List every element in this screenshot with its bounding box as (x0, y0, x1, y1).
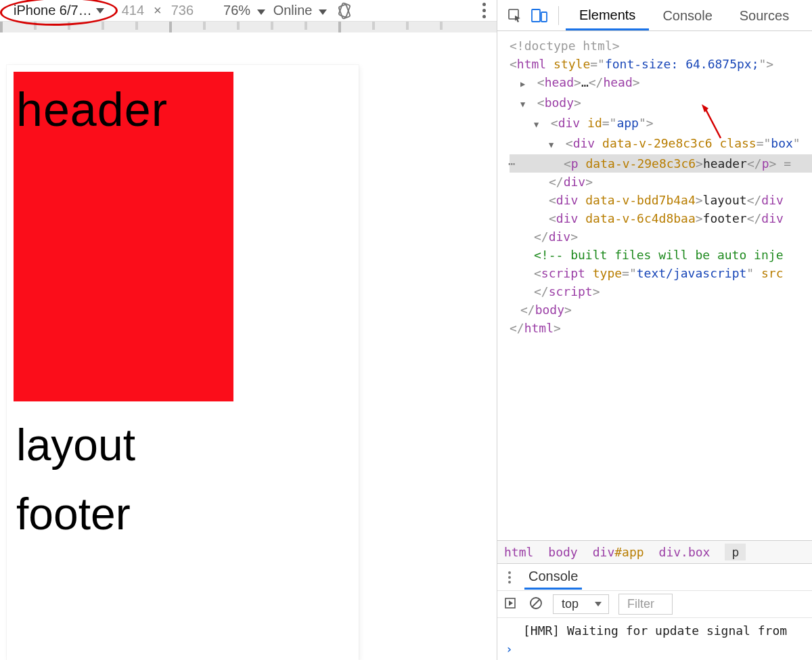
tree-row: </div> (510, 227, 812, 246)
device-preview-pane: iPhone 6/7… 414 × 736 76% Online (0, 0, 497, 660)
tree-row: </body> (510, 301, 812, 319)
tree-row: <!-- built files will be auto inje (510, 246, 812, 264)
tree-row: <div data-v-bdd7b4a4>layout</div (510, 191, 812, 209)
expand-caret-icon[interactable] (549, 134, 558, 154)
tree-row: </html> (510, 319, 812, 337)
tree-row: <div data-v-6c4d8baa>footer</div (510, 209, 812, 227)
footer-text: footer (14, 470, 352, 540)
viewport-width[interactable]: 414 (122, 3, 144, 18)
svg-rect-4 (541, 12, 547, 22)
tree-row: </div> (510, 173, 812, 191)
chevron-down-icon (319, 9, 327, 15)
breadcrumb-item[interactable]: div.box (659, 545, 710, 559)
tree-row: <!doctype html> (510, 37, 812, 55)
console-drawer-tab[interactable]: Console (524, 565, 582, 590)
svg-line-9 (532, 599, 540, 607)
layout-text: layout (14, 401, 352, 470)
tree-row: <script type="text/javascript" src (510, 264, 812, 282)
tree-row: <html style="font-size: 64.6875px;"> (510, 55, 812, 73)
tree-row: <div id="app"> (510, 114, 812, 134)
breadcrumb-item[interactable]: html (504, 545, 533, 559)
log-line: [HMR] Waiting for update signal from (505, 622, 804, 642)
tab-sources[interactable]: Sources (726, 1, 803, 29)
console-prompt[interactable]: › (505, 642, 804, 656)
tree-row: </script> (510, 282, 812, 301)
elements-tree[interactable]: <!doctype html> <html style="font-size: … (497, 31, 812, 540)
rotate-icon[interactable] (335, 1, 354, 20)
inspect-icon[interactable] (503, 3, 527, 28)
ruler (0, 22, 497, 32)
kebab-menu-icon[interactable] (504, 570, 515, 585)
devtools-tab-bar: Elements Console Sources (497, 0, 812, 31)
expand-caret-icon[interactable] (520, 93, 530, 114)
tab-elements[interactable]: Elements (566, 1, 649, 30)
chevron-down-icon (257, 9, 265, 15)
expand-caret-icon[interactable] (520, 73, 530, 93)
tree-row-selected: <p data-v-29e8c3c6>header</p> = (510, 154, 812, 173)
header-text: header (14, 72, 168, 137)
step-icon[interactable] (504, 596, 519, 613)
device-toolbar: iPhone 6/7… 414 × 736 76% Online (0, 0, 497, 22)
preview-canvas[interactable]: header layout footer (0, 32, 497, 660)
rendered-page: header layout footer (7, 65, 359, 660)
breadcrumb-item-current[interactable]: p (725, 544, 746, 560)
dimension-separator: × (152, 3, 163, 18)
tree-row: <head>…</head> (510, 73, 812, 93)
zoom-select[interactable]: 76% (223, 3, 265, 18)
tab-console[interactable]: Console (649, 1, 725, 29)
tree-row: <div data-v-29e8c3c6 class="box" (510, 134, 812, 154)
device-select[interactable]: iPhone 6/7… (4, 1, 114, 20)
kebab-menu-icon[interactable] (476, 0, 493, 21)
console-drawer-header: Console (497, 563, 812, 590)
filter-input[interactable]: Filter (618, 594, 673, 615)
device-toggle-icon[interactable] (527, 3, 551, 28)
chevron-down-icon (96, 8, 104, 14)
viewport-height[interactable]: 736 (171, 3, 194, 18)
console-toolbar: top Filter (497, 590, 812, 617)
elements-breadcrumb[interactable]: html body div#app div.box p (497, 540, 812, 563)
clear-console-icon[interactable] (528, 596, 543, 613)
svg-rect-3 (532, 9, 540, 22)
tree-row: <body> (510, 93, 812, 114)
network-select[interactable]: Online (273, 3, 327, 18)
header-box: header (14, 72, 233, 401)
expand-caret-icon[interactable] (534, 114, 543, 134)
breadcrumb-item[interactable]: div#app (593, 545, 644, 559)
breadcrumb-item[interactable]: body (548, 545, 577, 559)
device-label: iPhone 6/7… (14, 3, 92, 18)
context-select[interactable]: top (553, 594, 609, 614)
devtools-pane: Elements Console Sources <!doctype html>… (497, 0, 812, 660)
console-log[interactable]: [HMR] Waiting for update signal from › (497, 617, 812, 660)
